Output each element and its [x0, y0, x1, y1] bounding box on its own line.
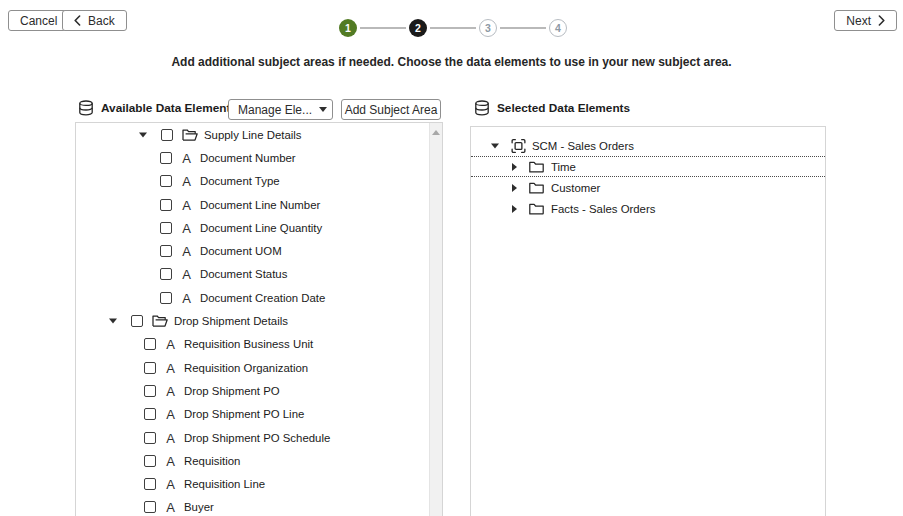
attribute-icon: A — [163, 361, 178, 374]
manage-elements-label: Manage Ele... — [238, 103, 312, 117]
tree-item[interactable]: Customer — [471, 177, 825, 198]
tree-item[interactable]: ADocument Type — [76, 170, 428, 193]
step-1-indicator[interactable]: 1 — [339, 19, 357, 37]
tree-item[interactable]: Drop Shipment Details — [76, 309, 428, 332]
checkbox[interactable] — [144, 408, 156, 420]
expand-arrow-icon[interactable] — [139, 132, 147, 137]
tree-item-label: Drop Shipment PO Line — [184, 408, 304, 420]
tree-item[interactable]: Supply Line Details — [76, 123, 428, 146]
folder-icon — [529, 181, 544, 194]
step-number: 2 — [415, 23, 421, 34]
tree-item[interactable]: Facts - Sales Orders — [471, 198, 825, 219]
tree-item[interactable]: ARequisition Organization — [76, 356, 428, 379]
expand-arrow-icon[interactable] — [491, 143, 499, 148]
available-tree: Supply Line DetailsADocument NumberADocu… — [76, 123, 428, 516]
attribute-icon: A — [179, 245, 194, 258]
checkbox[interactable] — [144, 385, 156, 397]
tree-item[interactable]: ADocument Line Quantity — [76, 216, 428, 239]
tree-item[interactable]: ADrop Shipment PO — [76, 379, 428, 402]
tree-item-label: Drop Shipment PO — [184, 385, 280, 397]
checkbox[interactable] — [160, 292, 172, 304]
tree-item-label: Customer — [551, 182, 600, 194]
attribute-icon: A — [163, 384, 178, 397]
tree-item-label: Document UOM — [200, 245, 282, 257]
tree-item[interactable]: ARequisition — [76, 449, 428, 472]
tree-item-label: Drop Shipment PO Schedule — [184, 432, 330, 444]
tree-item[interactable]: ADocument Creation Date — [76, 286, 428, 309]
selected-data-elements-panel: SCM - Sales OrdersTimeCustomerFacts - Sa… — [470, 126, 826, 516]
selected-panel-title: Selected Data Elements — [497, 101, 630, 115]
step-2-indicator[interactable]: 2 — [409, 19, 427, 37]
checkbox[interactable] — [144, 501, 156, 513]
checkbox[interactable] — [160, 268, 172, 280]
checkbox[interactable] — [160, 175, 172, 187]
collapse-arrow-icon[interactable] — [512, 184, 517, 192]
attribute-icon: A — [163, 431, 178, 444]
attribute-icon: A — [163, 408, 178, 421]
tree-item-label: Requisition — [184, 455, 240, 467]
checkbox[interactable] — [144, 455, 156, 467]
tree-item-label: Requisition Line — [184, 478, 265, 490]
back-button[interactable]: Back — [62, 10, 127, 31]
chevron-down-icon — [319, 107, 327, 112]
cancel-button-label: Cancel — [20, 14, 57, 28]
tree-item-label: Document Line Quantity — [200, 222, 322, 234]
next-button[interactable]: Next — [834, 10, 897, 31]
tree-item[interactable]: ABuyer — [76, 496, 428, 516]
attribute-icon: A — [179, 175, 194, 188]
checkbox[interactable] — [161, 129, 173, 141]
tree-item-label: Document Line Number — [200, 199, 320, 211]
add-subject-area-button[interactable]: Add Subject Area — [341, 99, 441, 120]
tree-item[interactable]: ARequisition Line — [76, 472, 428, 495]
tree-item-label: Buyer — [184, 501, 214, 513]
checkbox[interactable] — [144, 338, 156, 350]
step-connector-line — [360, 27, 406, 29]
checkbox[interactable] — [160, 199, 172, 211]
chevron-right-icon — [878, 15, 885, 26]
tree-item[interactable]: ADocument Line Number — [76, 193, 428, 216]
scroll-up-arrow-icon[interactable] — [432, 130, 440, 135]
step-3-indicator[interactable]: 3 — [479, 19, 497, 37]
step-connector-line — [430, 27, 476, 29]
add-subject-area-label: Add Subject Area — [345, 103, 438, 117]
attribute-icon: A — [163, 338, 178, 351]
tree-item-label: Document Creation Date — [200, 292, 325, 304]
checkbox[interactable] — [131, 315, 143, 327]
tree-item[interactable]: ADrop Shipment PO Schedule — [76, 426, 428, 449]
checkbox[interactable] — [160, 245, 172, 257]
tree-item[interactable]: SCM - Sales Orders — [471, 135, 825, 156]
manage-elements-dropdown[interactable]: Manage Ele... — [228, 99, 333, 120]
attribute-icon: A — [179, 151, 194, 164]
available-panel-title: Available Data Elements — [101, 101, 237, 115]
folder-icon — [152, 315, 168, 328]
checkbox[interactable] — [144, 362, 156, 374]
tree-item[interactable]: ADocument Number — [76, 146, 428, 169]
checkbox[interactable] — [160, 152, 172, 164]
step-number: 3 — [485, 23, 491, 34]
checkbox[interactable] — [144, 432, 156, 444]
selected-tree: SCM - Sales OrdersTimeCustomerFacts - Sa… — [471, 127, 825, 516]
tree-item[interactable]: ADocument UOM — [76, 239, 428, 262]
tree-item[interactable]: ADrop Shipment PO Line — [76, 403, 428, 426]
expand-arrow-icon[interactable] — [109, 319, 117, 324]
checkbox[interactable] — [144, 478, 156, 490]
step-connector-line — [500, 27, 546, 29]
tree-item-label: Drop Shipment Details — [174, 315, 288, 327]
tree-item[interactable]: ARequisition Business Unit — [76, 333, 428, 356]
step-4-indicator[interactable]: 4 — [549, 19, 567, 37]
tree-item-label: Time — [551, 161, 576, 173]
collapse-arrow-icon[interactable] — [512, 205, 517, 213]
attribute-icon: A — [179, 291, 194, 304]
wizard-stepper: 1234 — [339, 19, 567, 37]
step-number: 4 — [555, 23, 561, 34]
tree-item[interactable]: ADocument Status — [76, 263, 428, 286]
checkbox[interactable] — [160, 222, 172, 234]
scrollbar[interactable] — [429, 123, 442, 516]
tree-item[interactable]: Time — [471, 156, 825, 177]
attribute-icon: A — [163, 478, 178, 491]
collapse-arrow-icon[interactable] — [512, 163, 517, 171]
step-number: 1 — [345, 23, 351, 34]
cancel-button[interactable]: Cancel — [8, 10, 69, 31]
tree-item-label: Document Number — [200, 152, 296, 164]
folder-icon — [182, 128, 198, 141]
